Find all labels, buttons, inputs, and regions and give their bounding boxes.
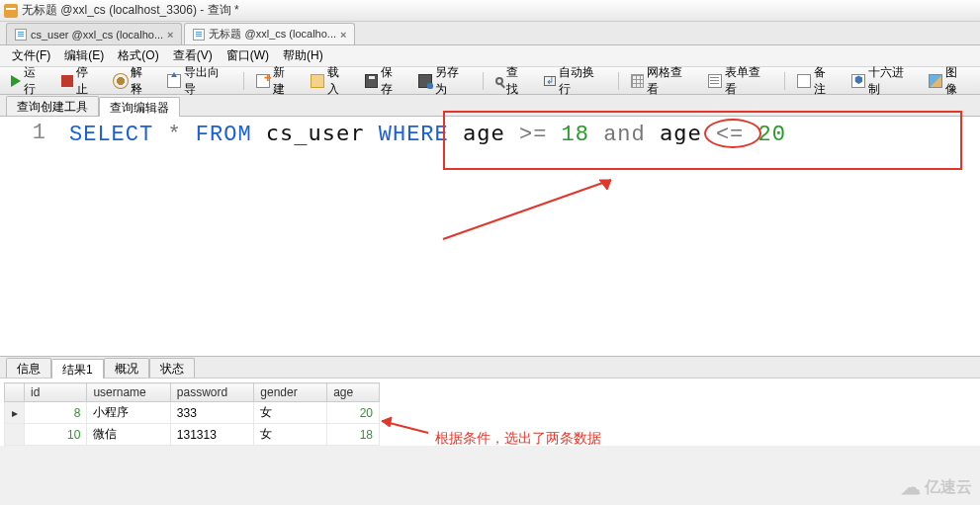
btn-label: 运行	[24, 64, 47, 98]
btn-label: 保存	[381, 64, 404, 98]
new-icon	[256, 74, 270, 88]
btn-label: 查找	[506, 64, 530, 98]
note-button[interactable]: 备注	[792, 61, 843, 101]
row-indicator	[5, 424, 25, 446]
line-gutter: 1	[0, 117, 59, 356]
folder-icon	[311, 74, 324, 88]
close-icon[interactable]: ×	[167, 29, 173, 41]
col-gender[interactable]: gender	[254, 383, 327, 402]
hex-icon	[851, 74, 865, 88]
window-title: 无标题 @xxl_cs (localhost_3306) - 查询 *	[22, 2, 239, 19]
separator	[483, 72, 484, 90]
cell-gender[interactable]: 女	[254, 424, 327, 446]
export-button[interactable]: 导出向导	[162, 61, 236, 101]
play-icon	[11, 75, 21, 87]
table-icon	[15, 29, 27, 41]
separator	[618, 72, 619, 90]
cell-username[interactable]: 微信	[87, 424, 170, 446]
stop-icon	[61, 75, 73, 87]
close-icon[interactable]: ×	[340, 29, 346, 41]
window-titlebar: 无标题 @xxl_cs (localhost_3306) - 查询 *	[0, 0, 980, 22]
col-username[interactable]: username	[87, 383, 170, 402]
kw-select: SELECT	[69, 123, 153, 147]
wrap-button[interactable]: 自动换行	[539, 61, 611, 101]
row-indicator: ▸	[5, 402, 25, 424]
app-icon	[4, 4, 18, 18]
cell-age[interactable]: 20	[327, 402, 380, 424]
cell-id[interactable]: 10	[25, 424, 87, 446]
file-tab-csuser[interactable]: cs_user @xxl_cs (localho... ×	[6, 23, 182, 44]
tab-profile[interactable]: 概况	[104, 358, 149, 378]
cell-gender[interactable]: 女	[254, 402, 327, 424]
grid-header-row: id username password gender age	[5, 383, 380, 402]
tab-editor[interactable]: 查询编辑器	[99, 97, 180, 117]
saveas-button[interactable]: 另存为	[413, 61, 476, 101]
separator	[784, 72, 785, 90]
export-icon	[167, 74, 181, 88]
btn-label: 十六进制	[868, 64, 916, 98]
find-button[interactable]: 查找	[490, 61, 535, 101]
col-password[interactable]: password	[170, 383, 253, 402]
annotation-circle-and	[704, 119, 761, 148]
cell-username[interactable]: 小程序	[87, 402, 170, 424]
separator	[243, 72, 244, 90]
tab-builder[interactable]: 查询创建工具	[6, 96, 99, 116]
tab-info[interactable]: 信息	[6, 358, 51, 378]
watermark-text: 亿速云	[925, 477, 972, 498]
load-button[interactable]: 载入	[306, 61, 356, 101]
svg-marker-1	[599, 180, 611, 190]
btn-label: 网格查看	[647, 64, 694, 98]
tok-table: cs_user	[266, 121, 365, 145]
image-button[interactable]: 图像	[924, 61, 974, 101]
table-row[interactable]: ▸ 8 小程序 333 女 20	[5, 402, 380, 424]
current-row-icon: ▸	[12, 406, 18, 420]
grid-icon	[631, 74, 645, 88]
annotation-arrow-left	[374, 411, 433, 441]
tab-status[interactable]: 状态	[149, 358, 195, 378]
toolbar: 运行 停止 解释 导出向导 新建 载入 保存 另存为 查找 自动换行 网格查看 …	[0, 67, 980, 95]
file-tab-query[interactable]: 无标题 @xxl_cs (localho... ×	[184, 23, 355, 44]
form-icon	[708, 74, 722, 88]
file-tab-label: cs_user @xxl_cs (localho...	[31, 29, 163, 41]
btn-label: 表单查看	[725, 64, 772, 98]
stop-button[interactable]: 停止	[56, 61, 105, 101]
wrap-icon	[544, 76, 556, 86]
result-tab-strip: 信息 结果1 概况 状态	[0, 357, 980, 379]
file-tab-label: 无标题 @xxl_cs (localho...	[209, 27, 336, 42]
query-icon	[193, 29, 205, 41]
col-age[interactable]: age	[327, 383, 380, 402]
formview-button[interactable]: 表单查看	[703, 61, 777, 101]
svg-marker-3	[382, 417, 392, 427]
gridview-button[interactable]: 网格查看	[626, 61, 700, 101]
svg-line-0	[443, 180, 611, 239]
kw-from: FROM	[196, 123, 252, 147]
cell-password[interactable]: 131313	[170, 424, 253, 446]
btn-label: 载入	[327, 64, 351, 98]
explain-button[interactable]: 解释	[109, 61, 159, 101]
file-tab-strip: cs_user @xxl_cs (localho... × 无标题 @xxl_c…	[0, 22, 980, 45]
note-icon	[797, 74, 811, 88]
cell-age[interactable]: 18	[327, 424, 380, 446]
btn-label: 解释	[131, 64, 154, 98]
new-button[interactable]: 新建	[251, 61, 302, 101]
btn-label: 图像	[945, 64, 969, 98]
cloud-icon: ☁	[901, 475, 921, 499]
annotation-rect	[443, 111, 962, 170]
search-icon	[495, 77, 503, 85]
cell-password[interactable]: 333	[170, 402, 253, 424]
btn-label: 新建	[273, 64, 297, 98]
sql-editor[interactable]: 1 SELECT * FROM cs_user WHERE age >= 18 …	[0, 117, 980, 356]
hex-button[interactable]: 十六进制	[846, 61, 921, 101]
run-button[interactable]: 运行	[6, 61, 52, 101]
table-row[interactable]: 10 微信 131313 女 18	[5, 424, 380, 446]
tab-result1[interactable]: 结果1	[51, 359, 104, 379]
row-handle-header	[5, 383, 25, 402]
line-number: 1	[33, 121, 45, 145]
col-id[interactable]: id	[25, 383, 87, 402]
annotation-arrow-up	[433, 170, 631, 249]
save-button[interactable]: 保存	[360, 61, 410, 101]
kw-where: WHERE	[379, 123, 449, 147]
save-icon	[365, 74, 379, 88]
btn-label: 导出向导	[184, 64, 231, 98]
cell-id[interactable]: 8	[25, 402, 87, 424]
